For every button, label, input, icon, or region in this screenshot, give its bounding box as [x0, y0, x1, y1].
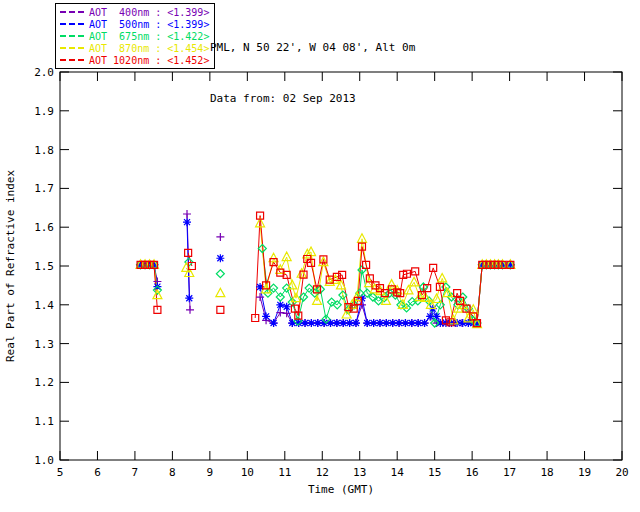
asterisk-marker	[421, 319, 429, 327]
x-tick-label: 13	[353, 466, 366, 479]
y-tick-label: 1.9	[34, 105, 54, 118]
date-info: Data from: 02 Sep 2013	[210, 90, 415, 107]
x-tick-label: 10	[241, 466, 254, 479]
asterisk-marker	[183, 218, 191, 226]
plot-page: 5678910111213141516171819201.01.11.21.31…	[0, 0, 640, 512]
y-axis-title: Real Part of Refractive index	[4, 170, 17, 362]
y-tick-label: 1.4	[34, 299, 54, 312]
x-tick-label: 12	[316, 466, 329, 479]
legend-label: AOT 400nm : <1.399>	[89, 7, 209, 18]
y-tick-label: 1.2	[34, 376, 54, 389]
x-tick-label: 19	[578, 466, 591, 479]
x-tick-label: 18	[540, 466, 553, 479]
x-tick-label: 17	[503, 466, 516, 479]
y-tick-label: 1.3	[34, 338, 54, 351]
asterisk-marker	[276, 301, 284, 309]
legend-line-sample	[60, 23, 84, 25]
legend-line-sample	[60, 11, 84, 13]
y-tick-label: 1.6	[34, 221, 54, 234]
triangle-marker	[216, 288, 225, 297]
x-tick-label: 15	[428, 466, 441, 479]
plus-marker	[183, 210, 191, 218]
legend-label: AOT 1020nm : <1.452>	[89, 55, 209, 66]
x-tick-label: 7	[132, 466, 139, 479]
legend-label: AOT 870nm : <1.454>	[89, 43, 209, 54]
square-marker	[217, 306, 224, 313]
legend: AOT 400nm : <1.399>AOT 500nm : <1.399>AO…	[55, 3, 215, 69]
legend-item-aot-500nm: AOT 500nm : <1.399>	[60, 18, 209, 30]
legend-item-aot-870nm: AOT 870nm : <1.454>	[60, 42, 209, 54]
asterisk-marker	[270, 319, 278, 327]
diamond-marker	[216, 270, 224, 278]
y-tick-label: 1.0	[34, 454, 54, 467]
legend-item-aot-400nm: AOT 400nm : <1.399>	[60, 6, 209, 18]
y-tick-label: 1.8	[34, 144, 54, 157]
y-tick-label: 1.7	[34, 182, 54, 195]
plot-header: PML, N 50 22', W 04 08', Alt 0m Data fro…	[210, 5, 415, 141]
x-tick-label: 9	[207, 466, 214, 479]
y-tick-label: 1.5	[34, 260, 54, 273]
x-tick-label: 16	[466, 466, 479, 479]
legend-line-sample	[60, 35, 84, 37]
x-tick-label: 6	[94, 466, 101, 479]
asterisk-marker	[185, 294, 193, 302]
legend-line-sample	[60, 59, 84, 61]
x-tick-label: 14	[391, 466, 405, 479]
legend-item-aot-675nm: AOT 675nm : <1.422>	[60, 30, 209, 42]
legend-item-aot-1020nm: AOT 1020nm : <1.452>	[60, 54, 209, 66]
x-tick-label: 20	[615, 466, 628, 479]
legend-label: AOT 500nm : <1.399>	[89, 19, 209, 30]
station-info: PML, N 50 22', W 04 08', Alt 0m	[210, 39, 415, 56]
x-axis-title: Time (GMT)	[308, 483, 374, 496]
series-line-aot-1020nm	[141, 265, 158, 310]
x-tick-label: 5	[57, 466, 64, 479]
x-tick-label: 11	[278, 466, 291, 479]
legend-label: AOT 675nm : <1.422>	[89, 31, 209, 42]
asterisk-marker	[352, 319, 360, 327]
plus-marker	[276, 309, 284, 317]
asterisk-marker	[262, 312, 270, 320]
legend-line-sample	[60, 47, 84, 49]
y-tick-label: 2.0	[34, 66, 54, 79]
plus-marker	[186, 306, 194, 314]
asterisk-marker	[216, 254, 224, 262]
x-tick-label: 8	[169, 466, 176, 479]
plus-marker	[216, 233, 224, 241]
y-tick-label: 1.1	[34, 415, 54, 428]
